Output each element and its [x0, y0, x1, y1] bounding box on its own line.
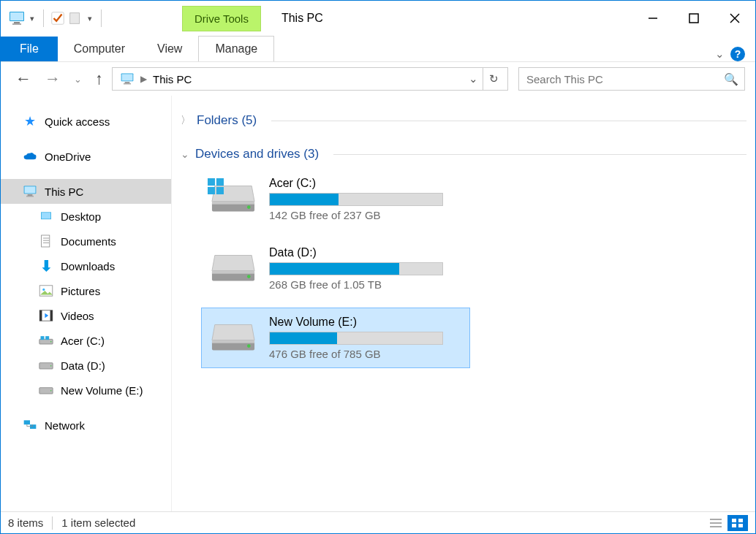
sidebar-item-label: Documents [61, 235, 116, 248]
status-bar: 8 items 1 item selected [1, 511, 755, 533]
drive-name: New Volume (E:) [269, 316, 461, 329]
tab-view[interactable]: View [141, 37, 198, 61]
windows-badge-icon [208, 178, 224, 194]
drive-free-text: 268 GB free of 1.05 TB [269, 278, 461, 291]
drive-icon [211, 180, 256, 219]
svg-rect-38 [24, 420, 30, 424]
group-label: Folders (5) [197, 113, 257, 128]
breadcrumb-separator[interactable]: ▶ [140, 74, 147, 84]
sidebar-item-label: OneDrive [45, 150, 91, 163]
search-input[interactable] [525, 72, 724, 86]
status-item-count: 8 items [8, 516, 43, 529]
minimize-button[interactable] [632, 2, 673, 34]
sidebar-item-label: Data (D:) [61, 359, 105, 372]
window-title: This PC [281, 12, 323, 25]
sidebar-network[interactable]: Network [1, 413, 171, 438]
address-bar[interactable]: ▶ This PC ⌄ ↻ [112, 67, 508, 91]
svg-rect-62 [738, 524, 743, 527]
tab-file[interactable]: File [1, 37, 58, 61]
tab-computer[interactable]: Computer [58, 37, 141, 61]
close-button[interactable] [714, 2, 755, 34]
sidebar-this-pc[interactable]: This PC [1, 179, 171, 204]
sidebar-drive-e[interactable]: New Volume (E:) [1, 378, 171, 403]
sidebar-drive-d[interactable]: Data (D:) [1, 353, 171, 378]
help-icon[interactable]: ? [730, 47, 745, 61]
ribbon-collapse-icon[interactable]: ⌄ [715, 47, 725, 61]
star-icon: ★ [23, 114, 37, 129]
qat-customize-icon[interactable]: ▾ [85, 11, 95, 26]
svg-rect-3 [12, 23, 21, 25]
sidebar-documents[interactable]: Documents [1, 229, 171, 253]
qat-dropdown-icon[interactable]: ▾ [27, 11, 37, 26]
sidebar-onedrive[interactable]: OneDrive [1, 144, 171, 169]
svg-rect-12 [125, 82, 130, 83]
svg-rect-39 [30, 424, 36, 429]
svg-rect-41 [216, 178, 224, 186]
svg-point-55 [247, 344, 251, 348]
refresh-button[interactable]: ↻ [483, 68, 504, 90]
group-drives[interactable]: ⌄ Devices and drives (3) [181, 142, 746, 166]
svg-rect-43 [216, 186, 224, 194]
svg-rect-46 [212, 201, 254, 204]
svg-rect-28 [50, 310, 53, 321]
sidebar-item-label: Downloads [61, 260, 115, 272]
drive-card-c[interactable]: Acer (C:)142 GB free of 237 GB [201, 169, 470, 229]
drive-free-text: 476 GB free of 785 GB [269, 348, 461, 360]
sidebar-quick-access[interactable]: ★ Quick access [1, 109, 171, 134]
new-folder-icon[interactable] [67, 10, 83, 26]
divider [271, 121, 746, 121]
tab-manage[interactable]: Manage [198, 36, 274, 61]
window-controls [632, 2, 755, 34]
svg-rect-17 [26, 196, 34, 197]
recent-locations-icon[interactable]: ⌄ [69, 74, 86, 85]
download-icon: ⬇ [39, 259, 53, 273]
group-label: Devices and drives (3) [195, 147, 319, 161]
details-view-button[interactable] [706, 515, 726, 531]
search-box[interactable]: 🔍 [518, 67, 745, 91]
drive-card-e[interactable]: New Volume (E:)476 GB free of 785 GB [201, 308, 470, 368]
sidebar-item-label: Network [45, 419, 85, 432]
svg-point-25 [42, 289, 45, 291]
drive-tools-tab[interactable]: Drive Tools [182, 6, 261, 31]
sidebar-item-label: This PC [45, 186, 83, 198]
capacity-bar [269, 332, 443, 345]
svg-rect-20 [42, 235, 50, 247]
search-icon[interactable]: 🔍 [724, 72, 738, 86]
svg-rect-59 [732, 519, 736, 522]
forward-button[interactable]: → [40, 69, 65, 88]
svg-point-37 [50, 390, 52, 392]
drive-info: Acer (C:)142 GB free of 237 GB [269, 177, 461, 221]
tiles-view-button[interactable] [727, 515, 748, 531]
back-button[interactable]: ← [11, 69, 36, 88]
pictures-icon [39, 283, 53, 298]
quick-access-toolbar: ▾ ▾ [5, 9, 109, 27]
chevron-right-icon: 〉 [181, 114, 191, 127]
body: ★ Quick access OneDrive This PC [1, 96, 755, 511]
drive-icon [39, 358, 53, 373]
sidebar-item-label: Quick access [45, 115, 110, 128]
title-bar: ▾ ▾ Drive Tools This PC [1, 1, 755, 36]
maximize-button[interactable] [673, 2, 714, 34]
properties-icon[interactable] [50, 10, 66, 26]
group-folders[interactable]: 〉 Folders (5) [181, 109, 746, 132]
status-separator [52, 516, 53, 530]
address-icon [120, 72, 135, 86]
sidebar-item-label: Desktop [61, 210, 101, 223]
monitor-icon [23, 184, 37, 199]
sidebar-item-label: Videos [61, 310, 94, 322]
sidebar-videos[interactable]: Videos [1, 303, 171, 328]
sidebar-downloads[interactable]: ⬇ Downloads [1, 253, 171, 278]
address-dropdown-icon[interactable]: ⌄ [464, 72, 483, 85]
svg-rect-50 [212, 270, 254, 273]
sidebar-desktop[interactable]: Desktop [1, 204, 171, 229]
svg-rect-7 [689, 14, 698, 23]
svg-point-51 [247, 275, 251, 278]
navigation-row: ← → ⌄ ↑ ▶ This PC ⌄ ↻ 🔍 [1, 62, 755, 96]
up-button[interactable]: ↑ [91, 69, 107, 88]
drive-card-d[interactable]: Data (D:)268 GB free of 1.05 TB [201, 238, 470, 299]
svg-rect-31 [41, 336, 45, 340]
sidebar-pictures[interactable]: Pictures [1, 278, 171, 303]
breadcrumb-thispc[interactable]: This PC [148, 73, 196, 85]
sidebar-drive-c[interactable]: Acer (C:) [1, 328, 171, 353]
svg-rect-15 [25, 186, 36, 193]
